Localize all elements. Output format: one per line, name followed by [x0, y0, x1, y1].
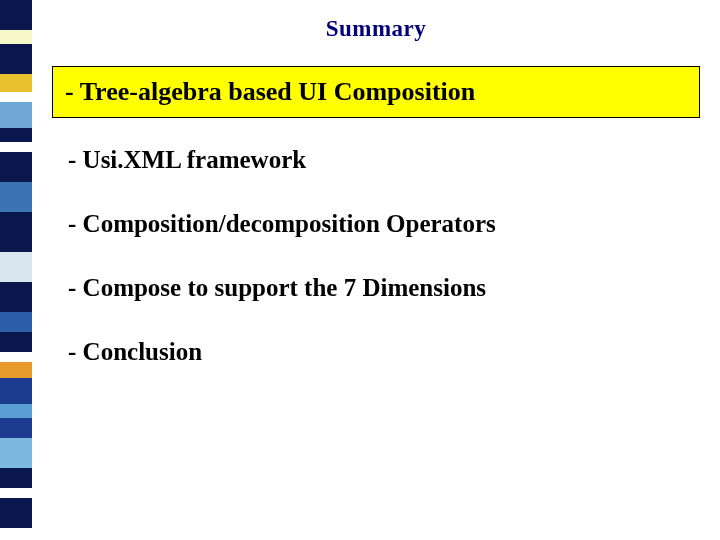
- list-item: - Conclusion: [62, 338, 690, 366]
- sidebar-segment: [0, 378, 32, 404]
- bullet-dash: -: [65, 77, 74, 106]
- slide-title: Summary: [62, 16, 690, 42]
- slide-content: Summary - Tree-algebra based UI Composit…: [32, 0, 720, 540]
- sidebar-segment: [0, 212, 32, 252]
- sidebar-segment: [0, 312, 32, 332]
- sidebar-segment: [0, 44, 32, 74]
- sidebar-segment: [0, 182, 32, 212]
- sidebar-segment: [0, 498, 32, 528]
- list-item: - Tree-algebra based UI Composition: [52, 66, 700, 118]
- sidebar-segment: [0, 332, 32, 352]
- sidebar-segment: [0, 30, 32, 44]
- item-text: Conclusion: [76, 338, 202, 365]
- sidebar-segment: [0, 92, 32, 102]
- decorative-sidebar: [0, 0, 32, 540]
- sidebar-segment: [0, 74, 32, 92]
- sidebar-segment: [0, 142, 32, 152]
- sidebar-segment: [0, 128, 32, 142]
- list-item: - Compose to support the 7 Dimensions: [62, 274, 690, 302]
- sidebar-segment: [0, 418, 32, 438]
- sidebar-segment: [0, 352, 32, 362]
- sidebar-segment: [0, 488, 32, 498]
- bullet-list: - Tree-algebra based UI Composition- Usi…: [62, 66, 690, 366]
- item-text: Compose to support the 7 Dimensions: [76, 274, 486, 301]
- sidebar-segment: [0, 0, 32, 30]
- sidebar-segment: [0, 438, 32, 468]
- sidebar-segment: [0, 362, 32, 378]
- sidebar-segment: [0, 152, 32, 182]
- item-text: Usi.XML framework: [76, 146, 306, 173]
- sidebar-segment: [0, 404, 32, 418]
- sidebar-segment: [0, 102, 32, 128]
- list-item: - Composition/decomposition Operators: [62, 210, 690, 238]
- list-item: - Usi.XML framework: [62, 146, 690, 174]
- item-text: Composition/decomposition Operators: [76, 210, 495, 237]
- sidebar-segment: [0, 282, 32, 312]
- sidebar-segment: [0, 528, 32, 540]
- sidebar-segment: [0, 252, 32, 282]
- item-text: Tree-algebra based UI Composition: [74, 77, 476, 106]
- sidebar-segment: [0, 468, 32, 488]
